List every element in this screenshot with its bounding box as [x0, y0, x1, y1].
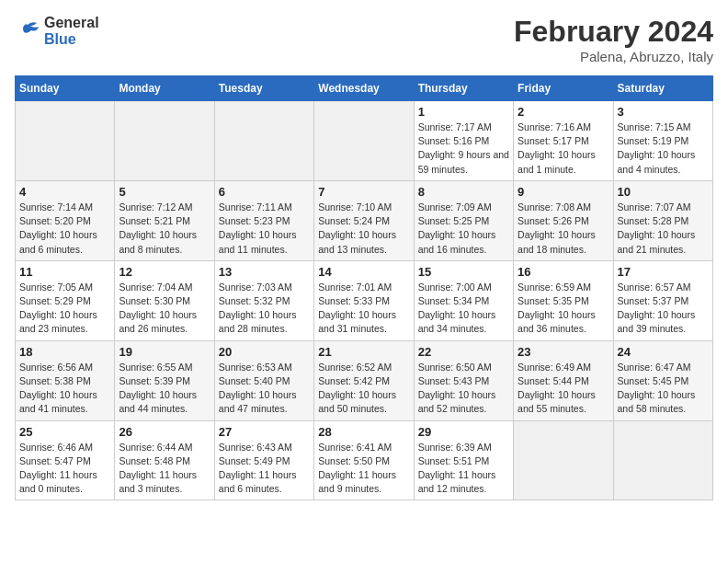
- calendar-cell: 13Sunrise: 7:03 AMSunset: 5:32 PMDayligh…: [214, 260, 313, 340]
- day-number: 6: [219, 185, 310, 199]
- weekday-header: Wednesday: [314, 76, 414, 101]
- weekday-header-row: SundayMondayTuesdayWednesdayThursdayFrid…: [16, 76, 713, 101]
- day-info: Sunrise: 6:52 AMSunset: 5:42 PMDaylight:…: [318, 361, 409, 417]
- day-info: Sunrise: 7:17 AMSunset: 5:16 PMDaylight:…: [418, 121, 509, 177]
- calendar-title: February 2024: [514, 15, 713, 49]
- calendar-cell: 4Sunrise: 7:14 AMSunset: 5:20 PMDaylight…: [16, 180, 115, 260]
- calendar-cell: [115, 101, 214, 181]
- day-number: 27: [219, 425, 310, 439]
- weekday-header: Monday: [115, 76, 214, 101]
- day-number: 13: [219, 265, 310, 279]
- calendar-cell: 15Sunrise: 7:00 AMSunset: 5:34 PMDayligh…: [414, 260, 513, 340]
- header: General Blue February 2024 Palena, Abruz…: [15, 15, 713, 64]
- day-number: 12: [119, 265, 210, 279]
- calendar-cell: 23Sunrise: 6:49 AMSunset: 5:44 PMDayligh…: [514, 340, 613, 420]
- day-info: Sunrise: 6:49 AMSunset: 5:44 PMDaylight:…: [518, 361, 609, 417]
- weekday-header: Friday: [514, 76, 613, 101]
- day-number: 21: [318, 345, 409, 359]
- logo-icon: [15, 21, 40, 41]
- calendar-cell: 10Sunrise: 7:07 AMSunset: 5:28 PMDayligh…: [613, 180, 712, 260]
- day-number: 3: [618, 105, 709, 119]
- day-info: Sunrise: 6:50 AMSunset: 5:43 PMDaylight:…: [418, 361, 509, 417]
- day-info: Sunrise: 7:10 AMSunset: 5:24 PMDaylight:…: [318, 201, 409, 257]
- calendar-subtitle: Palena, Abruzzo, Italy: [514, 49, 713, 64]
- day-number: 16: [518, 265, 609, 279]
- calendar-table: SundayMondayTuesdayWednesdayThursdayFrid…: [15, 75, 713, 500]
- calendar-cell: 25Sunrise: 6:46 AMSunset: 5:47 PMDayligh…: [16, 420, 115, 500]
- calendar-cell: 24Sunrise: 6:47 AMSunset: 5:45 PMDayligh…: [613, 340, 712, 420]
- day-number: 25: [19, 425, 110, 439]
- calendar-week-row: 25Sunrise: 6:46 AMSunset: 5:47 PMDayligh…: [16, 420, 713, 500]
- calendar-week-row: 4Sunrise: 7:14 AMSunset: 5:20 PMDaylight…: [16, 180, 713, 260]
- day-number: 23: [518, 345, 609, 359]
- day-number: 15: [418, 265, 509, 279]
- calendar-cell: [514, 420, 613, 500]
- day-number: 20: [219, 345, 310, 359]
- calendar-week-row: 18Sunrise: 6:56 AMSunset: 5:38 PMDayligh…: [16, 340, 713, 420]
- calendar-cell: [314, 101, 414, 181]
- day-info: Sunrise: 7:07 AMSunset: 5:28 PMDaylight:…: [618, 201, 709, 257]
- day-info: Sunrise: 6:44 AMSunset: 5:48 PMDaylight:…: [119, 441, 210, 497]
- day-number: 5: [119, 185, 210, 199]
- day-info: Sunrise: 6:41 AMSunset: 5:50 PMDaylight:…: [318, 441, 409, 497]
- calendar-cell: 17Sunrise: 6:57 AMSunset: 5:37 PMDayligh…: [613, 260, 712, 340]
- day-info: Sunrise: 7:11 AMSunset: 5:23 PMDaylight:…: [219, 201, 310, 257]
- day-info: Sunrise: 6:39 AMSunset: 5:51 PMDaylight:…: [418, 441, 509, 497]
- calendar-cell: 21Sunrise: 6:52 AMSunset: 5:42 PMDayligh…: [314, 340, 414, 420]
- day-info: Sunrise: 6:47 AMSunset: 5:45 PMDaylight:…: [618, 361, 709, 417]
- calendar-cell: 8Sunrise: 7:09 AMSunset: 5:25 PMDaylight…: [414, 180, 513, 260]
- day-number: 8: [418, 185, 509, 199]
- day-number: 26: [119, 425, 210, 439]
- day-number: 7: [318, 185, 409, 199]
- calendar-cell: 5Sunrise: 7:12 AMSunset: 5:21 PMDaylight…: [115, 180, 214, 260]
- weekday-header: Saturday: [613, 76, 712, 101]
- day-info: Sunrise: 7:04 AMSunset: 5:30 PMDaylight:…: [119, 281, 210, 337]
- calendar-cell: 20Sunrise: 6:53 AMSunset: 5:40 PMDayligh…: [214, 340, 313, 420]
- day-info: Sunrise: 7:05 AMSunset: 5:29 PMDaylight:…: [19, 281, 110, 337]
- day-number: 18: [19, 345, 110, 359]
- day-number: 10: [618, 185, 709, 199]
- calendar-cell: 9Sunrise: 7:08 AMSunset: 5:26 PMDaylight…: [514, 180, 613, 260]
- day-info: Sunrise: 6:57 AMSunset: 5:37 PMDaylight:…: [618, 281, 709, 337]
- calendar-cell: 26Sunrise: 6:44 AMSunset: 5:48 PMDayligh…: [115, 420, 214, 500]
- day-info: Sunrise: 6:53 AMSunset: 5:40 PMDaylight:…: [219, 361, 310, 417]
- day-info: Sunrise: 6:56 AMSunset: 5:38 PMDaylight:…: [19, 361, 110, 417]
- day-number: 17: [618, 265, 709, 279]
- calendar-cell: 14Sunrise: 7:01 AMSunset: 5:33 PMDayligh…: [314, 260, 414, 340]
- calendar-cell: 16Sunrise: 6:59 AMSunset: 5:35 PMDayligh…: [514, 260, 613, 340]
- day-info: Sunrise: 6:59 AMSunset: 5:35 PMDaylight:…: [518, 281, 609, 337]
- calendar-cell: 22Sunrise: 6:50 AMSunset: 5:43 PMDayligh…: [414, 340, 513, 420]
- calendar-cell: 18Sunrise: 6:56 AMSunset: 5:38 PMDayligh…: [16, 340, 115, 420]
- day-number: 9: [518, 185, 609, 199]
- calendar-cell: [613, 420, 712, 500]
- calendar-week-row: 1Sunrise: 7:17 AMSunset: 5:16 PMDaylight…: [16, 101, 713, 181]
- weekday-header: Tuesday: [214, 76, 313, 101]
- calendar-cell: 12Sunrise: 7:04 AMSunset: 5:30 PMDayligh…: [115, 260, 214, 340]
- calendar-cell: 2Sunrise: 7:16 AMSunset: 5:17 PMDaylight…: [514, 101, 613, 181]
- day-number: 4: [19, 185, 110, 199]
- logo: General Blue: [15, 15, 99, 47]
- calendar-cell: 6Sunrise: 7:11 AMSunset: 5:23 PMDaylight…: [214, 180, 313, 260]
- logo-text: General Blue: [44, 15, 99, 47]
- day-info: Sunrise: 6:43 AMSunset: 5:49 PMDaylight:…: [219, 441, 310, 497]
- day-number: 14: [318, 265, 409, 279]
- day-info: Sunrise: 7:12 AMSunset: 5:21 PMDaylight:…: [119, 201, 210, 257]
- day-info: Sunrise: 7:16 AMSunset: 5:17 PMDaylight:…: [518, 121, 609, 177]
- day-info: Sunrise: 6:55 AMSunset: 5:39 PMDaylight:…: [119, 361, 210, 417]
- day-number: 11: [19, 265, 110, 279]
- weekday-header: Thursday: [414, 76, 513, 101]
- calendar-cell: 28Sunrise: 6:41 AMSunset: 5:50 PMDayligh…: [314, 420, 414, 500]
- day-number: 29: [418, 425, 509, 439]
- day-number: 1: [418, 105, 509, 119]
- day-number: 28: [318, 425, 409, 439]
- title-area: February 2024 Palena, Abruzzo, Italy: [514, 15, 713, 64]
- day-info: Sunrise: 7:15 AMSunset: 5:19 PMDaylight:…: [618, 121, 709, 177]
- day-info: Sunrise: 7:03 AMSunset: 5:32 PMDaylight:…: [219, 281, 310, 337]
- calendar-cell: [16, 101, 115, 181]
- calendar-cell: 11Sunrise: 7:05 AMSunset: 5:29 PMDayligh…: [16, 260, 115, 340]
- day-number: 22: [418, 345, 509, 359]
- calendar-cell: 27Sunrise: 6:43 AMSunset: 5:49 PMDayligh…: [214, 420, 313, 500]
- calendar-cell: 19Sunrise: 6:55 AMSunset: 5:39 PMDayligh…: [115, 340, 214, 420]
- day-number: 2: [518, 105, 609, 119]
- calendar-cell: 7Sunrise: 7:10 AMSunset: 5:24 PMDaylight…: [314, 180, 414, 260]
